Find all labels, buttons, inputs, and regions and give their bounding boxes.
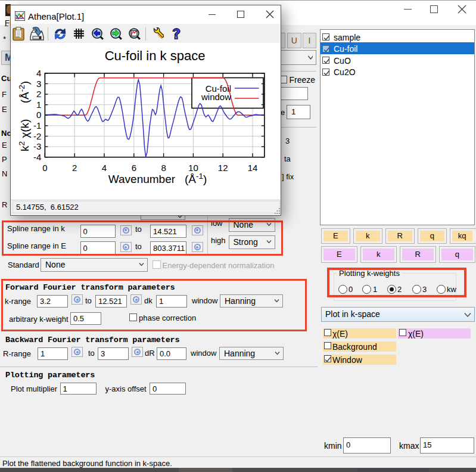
svg-text:6: 6 xyxy=(132,163,136,173)
svg-text:-1: -1 xyxy=(33,120,41,131)
svg-text:2: 2 xyxy=(36,89,41,99)
svg-text:-4: -4 xyxy=(33,152,41,162)
svg-text:4: 4 xyxy=(102,163,107,173)
svg-text:0: 0 xyxy=(36,110,41,120)
svg-text:-3: -3 xyxy=(33,141,41,151)
svg-text:-2: -2 xyxy=(33,131,41,141)
svg-text:4: 4 xyxy=(36,68,41,78)
svg-text:Cu-foil in k space: Cu-foil in k space xyxy=(105,48,206,63)
svg-text:12: 12 xyxy=(218,163,228,173)
svg-text:1: 1 xyxy=(36,100,41,110)
svg-text:0: 0 xyxy=(42,163,47,173)
svg-text:k2 χ(k) (Å-2): k2 χ(k) (Å-2) xyxy=(17,81,32,151)
svg-text:2: 2 xyxy=(72,163,77,173)
svg-text:14: 14 xyxy=(248,163,258,173)
svg-text:3: 3 xyxy=(36,79,41,89)
svg-text:8: 8 xyxy=(161,163,166,173)
svg-text:window: window xyxy=(201,92,231,102)
svg-text:Wavenumber (Å-1): Wavenumber (Å-1) xyxy=(108,172,207,186)
